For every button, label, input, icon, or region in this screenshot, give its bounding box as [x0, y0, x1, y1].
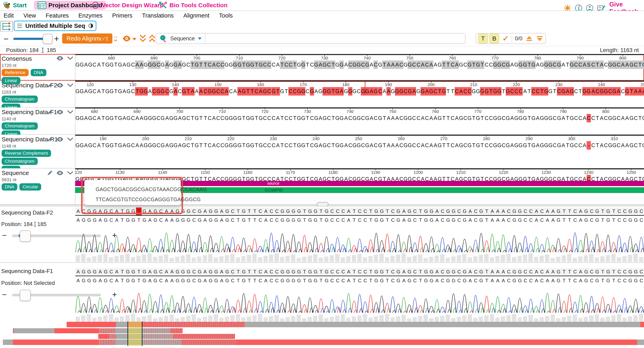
menu-item-edit[interactable]: Edit — [4, 12, 14, 19]
divider-drag-handle[interactable] — [317, 202, 328, 206]
overview-viewport-indicator[interactable] — [128, 321, 142, 346]
track-visibility-eye-icon[interactable] — [56, 56, 64, 62]
overview-track-bar-3[interactable] — [0, 340, 644, 345]
track-visibility-eye-icon[interactable] — [56, 83, 64, 89]
visibility-toggle-icon[interactable] — [88, 22, 94, 29]
ruler-tick-label: 680 — [102, 56, 121, 60]
alignment-settings-gear-icon[interactable]: ⚙ — [100, 33, 108, 43]
rename-pencil-icon[interactable] — [47, 170, 53, 177]
feature-bar-source[interactable]: source — [75, 181, 644, 186]
track-chevron-down-icon[interactable] — [67, 171, 74, 176]
menu-item-view[interactable]: View — [24, 12, 36, 19]
trace-zoom-out-button[interactable]: − — [2, 290, 7, 299]
zoom-in-button[interactable]: + — [54, 34, 59, 44]
menu-item-primers[interactable]: Primers — [112, 12, 132, 19]
overview-track-bar-1[interactable] — [0, 328, 644, 333]
visibility-options-icon[interactable] — [122, 34, 131, 42]
menu-item-enzymes[interactable]: Enzymes — [78, 12, 102, 19]
zoom-out-button[interactable]: − — [4, 34, 9, 44]
match-exact-check-icon[interactable]: ✓ — [502, 34, 509, 43]
rename-pencil-icon[interactable] — [47, 109, 53, 116]
base-cell: C — [591, 60, 595, 69]
base-cell: T — [252, 216, 258, 224]
feature-bar-gcamp6f[interactable]: GCaMP6f — [75, 187, 644, 193]
tracks-panel-button[interactable] — [0, 21, 13, 32]
base-cell: G — [478, 277, 484, 285]
base-cell: C — [412, 60, 416, 69]
quality-bar — [540, 256, 544, 262]
tab-vector-design-wizard[interactable]: Vector Design Wizard — [91, 1, 164, 10]
base-cell: G — [379, 277, 384, 285]
track-label-cell[interactable]: Sequencing Data-F11140 ntChromatogramLin… — [0, 107, 75, 134]
search-input[interactable] — [206, 34, 465, 42]
overview-track-bar-2[interactable] — [0, 334, 644, 339]
trace-zoom-slider-thumb[interactable] — [20, 290, 31, 301]
rename-pencil-icon[interactable] — [47, 82, 53, 89]
match-bottom-strand-button[interactable]: B — [490, 34, 499, 43]
base-cell: G — [365, 141, 370, 150]
track-label-cell[interactable]: Sequence5631 ntDNACircular — [0, 168, 75, 205]
base-cell: C — [528, 216, 534, 224]
base-cell: G — [406, 216, 412, 224]
ruler-tick-label: 290 — [520, 136, 538, 141]
track-label-cell[interactable]: Consensus1720 ntReferenceDNALinear — [0, 54, 75, 80]
track-visibility-eye-icon[interactable] — [56, 137, 64, 143]
base-cell: C — [156, 141, 160, 150]
base-cell: A — [600, 141, 604, 150]
quality-bar — [76, 255, 80, 262]
menu-item-features[interactable]: Features — [46, 12, 68, 19]
quality-bar — [606, 317, 610, 323]
base-cell: A — [550, 207, 556, 215]
track-label-cell[interactable]: Sequencing Data-F21163 ntChromatogramLin… — [0, 81, 75, 107]
base-cell: G — [582, 87, 587, 96]
base-cell: G — [92, 277, 98, 285]
base-cell: T — [384, 277, 390, 285]
rename-pencil-icon[interactable] — [47, 136, 53, 143]
tab-bio-tools-collection[interactable]: Bio Tools Collection — [158, 1, 228, 10]
base-cell: C — [267, 60, 271, 69]
ruler-tick-label: 740 — [341, 109, 359, 114]
track-label-cell[interactable]: Sequencing Data-R11148 ntReverse Complem… — [0, 135, 75, 168]
base-cell: T — [280, 114, 284, 122]
menu-item-alignment[interactable]: Alignment — [184, 12, 210, 19]
track-chevron-down-icon[interactable] — [67, 56, 74, 61]
visibility-caret-icon[interactable] — [132, 37, 137, 41]
quality-bar — [368, 256, 373, 262]
match-top-strand-button[interactable]: T — [478, 34, 488, 43]
collapse-all-up-icon[interactable] — [148, 34, 156, 43]
expand-horizontal-icon[interactable]: ↔ ∞ — [111, 34, 120, 42]
track-chevron-down-icon[interactable] — [67, 83, 74, 88]
tab-start[interactable]: Start — [2, 1, 27, 10]
base-cell: G — [314, 114, 318, 122]
track-sequence-cell[interactable]: 680690700710720730740750760770780790800G… — [75, 107, 644, 134]
search-scope-dropdown[interactable]: Sequence — [156, 33, 206, 43]
track-sequence-cell[interactable]: 190200210220230240250260270280290300310G… — [75, 135, 644, 168]
previous-match-icon[interactable] — [526, 35, 532, 41]
track-visibility-eye-icon[interactable] — [56, 109, 64, 115]
zoom-slider-thumb[interactable] — [43, 34, 52, 44]
base-cell: T — [418, 207, 423, 215]
base-cell: G — [224, 207, 230, 215]
trace-zoom-out-button[interactable]: − — [2, 231, 7, 240]
next-match-icon[interactable] — [536, 35, 543, 41]
base-cell: G — [182, 60, 186, 69]
track-sequence-cell[interactable]: 680690700710720730740750760770780790800G… — [75, 54, 644, 80]
track-chevron-down-icon[interactable] — [67, 110, 74, 115]
ruler-tick-label: 1140 — [154, 170, 172, 175]
base-cell: A — [122, 60, 126, 69]
base-cell: A — [434, 207, 440, 215]
trace-zoom-slider-thumb[interactable] — [20, 230, 31, 242]
track-chevron-down-icon[interactable] — [67, 137, 74, 142]
track-sequence-cell[interactable]: 1120113011401150116011701180119012001210… — [75, 168, 644, 205]
document-tab[interactable]: Untitled Multiple Sequen… — [14, 20, 96, 31]
collapse-all-down-icon[interactable] — [139, 34, 146, 43]
menu-item-translations[interactable]: Translations — [142, 12, 174, 19]
base-cell: A — [510, 60, 514, 69]
overview-track-bar-0[interactable] — [0, 322, 644, 327]
menu-item-tools[interactable]: Tools — [219, 12, 233, 19]
base-cell: A — [75, 207, 81, 215]
track-visibility-eye-icon[interactable] — [56, 170, 64, 176]
quality-bar — [402, 253, 406, 262]
track-sequence-cell[interactable]: 1201301401501601701801902002102202302402… — [75, 81, 644, 107]
base-cell: C — [335, 277, 340, 285]
